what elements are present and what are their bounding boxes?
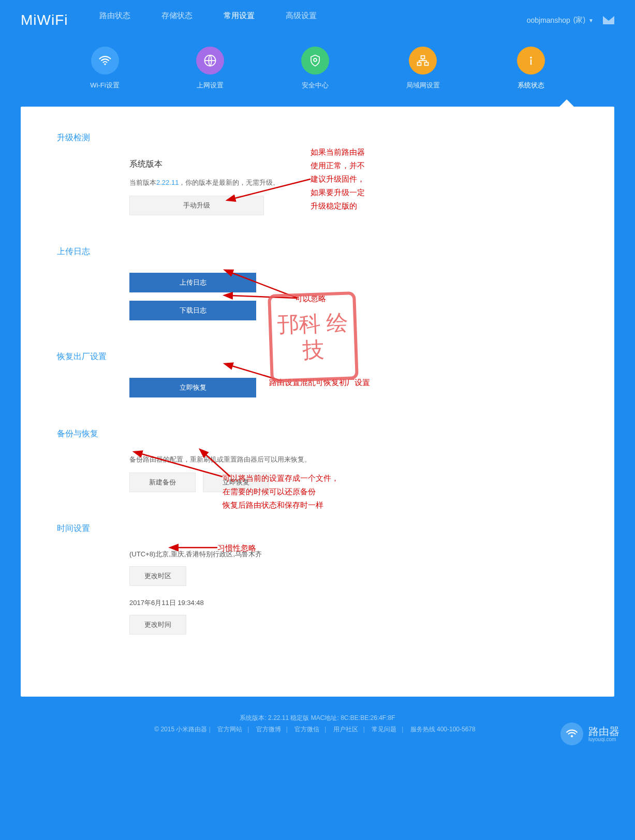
subnav-label: 局域网设置 (406, 81, 440, 90)
svg-rect-3 (421, 56, 425, 59)
footer-link[interactable]: 官方网站 (217, 726, 242, 733)
svg-point-15 (571, 735, 573, 737)
footer-link[interactable]: 官方微博 (256, 726, 281, 733)
user-name: oobjmanshop (527, 16, 570, 24)
subnav-internet[interactable]: 上网设置 (196, 47, 224, 90)
nav-router-status[interactable]: 路由状态 (99, 11, 130, 30)
download-log-button[interactable]: 下载日志 (129, 301, 256, 320)
nav-common-settings[interactable]: 常用设置 (224, 11, 255, 30)
version-number: 2.22.11 (156, 179, 179, 186)
time-body: (UTC+8)北京,重庆,香港特别行政区,乌鲁木齐 更改时区 2017年6月11… (129, 550, 578, 635)
subnav-label: 系统状态 (518, 81, 544, 90)
current-time: 2017年6月11日 19:34:48 (129, 598, 578, 608)
change-timezone-button[interactable]: 更改时区 (129, 566, 186, 586)
new-backup-button[interactable]: 新建备份 (129, 473, 196, 492)
active-indicator (559, 99, 574, 107)
footer-link[interactable]: 服务热线 400-100-5678 (410, 726, 476, 733)
top-header: MiWiFi 路由状态 存储状态 常用设置 高级设置 oobjmanshop (… (0, 0, 635, 31)
subnav-label: 安全中心 (302, 81, 329, 90)
factory-restore-button[interactable]: 立即恢复 (129, 378, 256, 397)
main-panel: 升级检测 系统版本 当前版本2.22.11，你的版本是最新的，无需升级。 手动升… (21, 107, 614, 697)
sub-nav: Wi-Fi设置 上网设置 安全中心 局域网设置 系统状态 (0, 31, 635, 90)
badge-title: 路由器 (588, 726, 619, 736)
svg-point-2 (314, 58, 317, 62)
chevron-down-icon: ▼ (588, 18, 594, 23)
subnav-security[interactable]: 安全中心 (301, 47, 329, 90)
svg-rect-7 (530, 60, 531, 65)
upload-log-button[interactable]: 上传日志 (129, 273, 256, 292)
shield-icon (301, 47, 329, 75)
section-title-time: 时间设置 (57, 523, 578, 534)
change-time-button[interactable]: 更改时间 (129, 615, 186, 635)
wifi-icon (91, 47, 119, 75)
globe-icon (196, 47, 224, 75)
info-icon (517, 47, 545, 75)
subnav-label: 上网设置 (197, 81, 224, 90)
annotation-upgrade: 如果当前路由器 使用正常，并不 建议升级固件， 如果要升级一定 升级稳定版的 (311, 145, 365, 213)
subnav-system[interactable]: 系统状态 (517, 47, 545, 90)
svg-point-6 (530, 56, 532, 58)
nav-storage-status[interactable]: 存储状态 (161, 11, 193, 30)
footer-link[interactable]: 官方微信 (294, 726, 319, 733)
watermark-stamp: 邘科 绘技 (269, 293, 357, 381)
network-icon (409, 47, 437, 75)
backup-desc: 备份路由器的配置，重新刷机或重置路由器后可以用来恢复。 (129, 455, 578, 464)
logo: MiWiFi (21, 12, 68, 28)
footer-sysinfo: 系统版本: 2.22.11 稳定版 MAC地址: 8C:BE:BE:26:4F:… (0, 712, 635, 724)
footer-link[interactable]: 用户社区 (333, 726, 358, 733)
footer-link[interactable]: 常见问题 (372, 726, 396, 733)
copyright: © 2015 小米路由器 (154, 726, 207, 733)
timezone-info: (UTC+8)北京,重庆,香港特别行政区,乌鲁木齐 (129, 550, 578, 559)
svg-point-0 (104, 63, 106, 65)
badge-sub: luyouqi.com (588, 736, 619, 742)
user-area[interactable]: oobjmanshop (家) ▼ (527, 16, 614, 25)
subnav-lan[interactable]: 局域网设置 (406, 47, 440, 90)
footer: 系统版本: 2.22.11 稳定版 MAC地址: 8C:BE:BE:26:4F:… (0, 697, 635, 756)
badge-icon (560, 723, 583, 745)
section-title-log: 上传日志 (57, 246, 578, 257)
nav-advanced-settings[interactable]: 高级设置 (286, 11, 317, 30)
user-tag: (家) (573, 16, 585, 25)
svg-rect-4 (418, 63, 421, 66)
section-title-backup: 备份与恢复 (57, 429, 578, 439)
subnav-label: Wi-Fi设置 (90, 81, 119, 90)
site-badge: 路由器 luyouqi.com (560, 723, 619, 745)
subnav-wifi[interactable]: Wi-Fi设置 (90, 47, 119, 90)
section-title-upgrade: 升级检测 (57, 132, 578, 143)
mail-icon[interactable] (603, 16, 614, 24)
main-nav: 路由状态 存储状态 常用设置 高级设置 (99, 11, 317, 30)
backup-body: 备份路由器的配置，重新刷机或重置路由器后可以用来恢复。 新建备份 立即恢复 (129, 455, 578, 492)
annotation-backup: 可以将当前的设置存成一个文件， 在需要的时候可以还原备份 恢复后路由状态和保存时… (223, 471, 339, 512)
footer-links: © 2015 小米路由器 | 官方网站| 官方微博| 官方微信| 用户社区| 常… (0, 724, 635, 735)
annotation-time: 习惯性忽略 (217, 541, 256, 555)
manual-upgrade-button[interactable]: 手动升级 (129, 196, 264, 215)
svg-rect-5 (425, 63, 429, 66)
